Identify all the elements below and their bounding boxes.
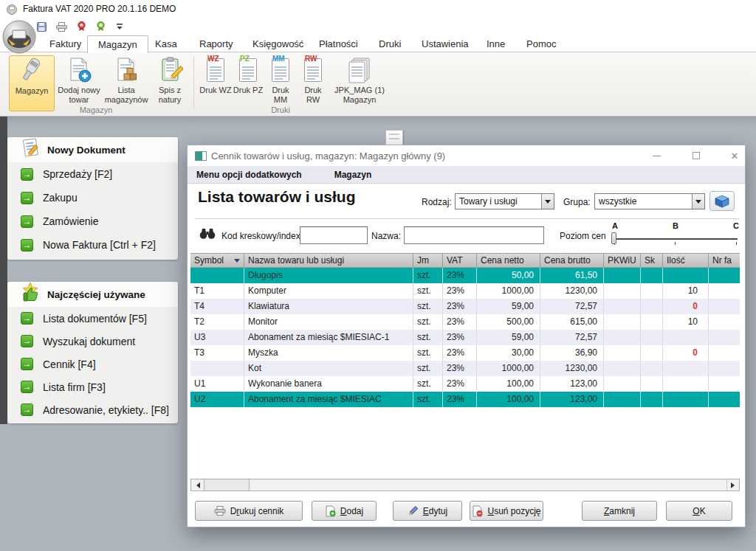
dialog-icon xyxy=(195,151,207,161)
nazwa-input[interactable] xyxy=(404,226,544,244)
tab-magazyn[interactable]: Magazyn xyxy=(87,35,148,53)
ribbon-button-magazyn[interactable]: Magazyn xyxy=(9,55,55,111)
sidebar-item-nowa-faktura[interactable]: Nowa Faktura [Ctrl + F2] xyxy=(7,233,178,257)
sidebar-item-wyszukaj-dokument[interactable]: Wyszukaj dokument xyxy=(7,330,178,353)
update-badge-icon[interactable] xyxy=(96,21,106,32)
app-menu-button[interactable] xyxy=(2,20,36,54)
grupa-select[interactable]: wszystkie xyxy=(594,193,705,209)
tab-inne[interactable]: Inne xyxy=(476,35,515,52)
column-header-nazwa[interactable]: Nazwa towaru lub usługi xyxy=(244,254,413,267)
tab-raporty[interactable]: Raporty xyxy=(189,35,244,52)
arrow-icon xyxy=(21,358,33,370)
usun-pozycje-button[interactable]: Usuń pozycję xyxy=(470,501,543,521)
ribbon-button-dodaj-nowy-towar[interactable]: Dodaj nowy towar xyxy=(56,55,102,111)
slider-tick xyxy=(675,242,676,245)
column-header-vat[interactable]: VAT xyxy=(443,254,477,267)
cell-nr xyxy=(709,330,740,345)
ribbon-button-druk-rw[interactable]: RW Druk RW xyxy=(297,55,329,111)
poziom-cen-label: Poziom cen xyxy=(560,231,606,241)
table-row[interactable]: T3 Myszka szt. 23% 30,00 36,90 0 xyxy=(190,345,740,361)
maximize-button[interactable] xyxy=(684,145,709,166)
ok-button[interactable]: OK xyxy=(666,501,732,521)
ribbon-button-jpk-mag[interactable]: JPK_MAG (1) Magazyn xyxy=(331,55,388,111)
edytuj-button[interactable]: Edytuj xyxy=(393,501,462,521)
ribbon: Magazyn Dodaj nowy towar xyxy=(0,52,756,117)
slider-handle[interactable] xyxy=(611,232,616,244)
sidebar-item-zakupu[interactable]: Zakupu xyxy=(7,186,178,209)
print-document-icon: WZ xyxy=(205,55,227,85)
cell-pkwiu xyxy=(604,376,641,392)
minimize-button[interactable] xyxy=(644,145,669,166)
cell-brutto: 123,00 xyxy=(540,376,604,392)
table-row[interactable]: U1 Wykonanie banera szt. 23% 100,00 123,… xyxy=(190,376,740,392)
table-row[interactable]: U3 Abonament za miesiąc $MIESIAC-1 szt. … xyxy=(190,330,740,345)
rodzaj-label: Rodzaj: xyxy=(422,197,452,207)
sidebar-item-adresowanie[interactable]: Adresowanie, etykiety.. [F8] xyxy=(7,398,178,421)
column-header-cena-brutto[interactable]: Cena brutto xyxy=(540,254,604,267)
column-header-cena-netto[interactable]: Cena netto xyxy=(477,254,540,267)
groups-cube-button[interactable] xyxy=(709,191,735,211)
more-icon[interactable] xyxy=(115,23,124,30)
drukuj-cennik-button[interactable]: Drukuj cennik xyxy=(195,501,303,521)
ribbon-button-spis-z-natury[interactable]: Spis z natury xyxy=(151,55,189,111)
table-row[interactable]: T2 Monitor szt. 23% 500,00 615,00 10 xyxy=(190,314,740,330)
chevron-down-icon[interactable] xyxy=(541,194,554,209)
scroll-left-icon[interactable] xyxy=(191,479,204,491)
license-badge-icon[interactable] xyxy=(77,21,86,32)
zamknij-button[interactable]: Zamknij xyxy=(582,501,657,521)
tab-ustawienia[interactable]: Ustawienia xyxy=(411,35,479,52)
divider xyxy=(195,218,739,219)
ribbon-button-druk-pz[interactable]: PZ Druk PZ xyxy=(232,55,264,111)
column-header-nr[interactable]: Nr fa xyxy=(709,254,740,267)
ribbon-button-druk-wz[interactable]: WZ Druk WZ xyxy=(199,55,232,111)
tab-faktury[interactable]: Faktury xyxy=(39,35,92,52)
table-row[interactable]: Kot szt. 23% 1000,00 1230,00 xyxy=(190,361,740,376)
sidebar-item-zamowienie[interactable]: Zamówienie xyxy=(7,209,178,233)
scrollbar-thumb[interactable] xyxy=(204,479,250,491)
table-row[interactable]: U2 Abonament za miesiąc $MIESIAC szt. 23… xyxy=(190,392,740,407)
table-row[interactable]: T4 Klawiatura szt. 23% 59,00 72,57 0 xyxy=(190,299,740,314)
close-button[interactable] xyxy=(722,145,747,166)
sidebar-item-lista-firm[interactable]: Lista firm [F3] xyxy=(7,375,178,398)
save-icon[interactable] xyxy=(37,22,47,32)
horizontal-scrollbar[interactable] xyxy=(190,479,740,491)
table-row[interactable]: T1 Komputer szt. 23% 1000,00 1230,00 10 xyxy=(190,283,740,299)
collapsed-panel-strip[interactable] xyxy=(0,117,7,424)
scroll-right-icon[interactable] xyxy=(726,479,739,491)
ribbon-button-druk-mm[interactable]: MM Druk MM xyxy=(264,55,297,111)
table-header: Symbol Nazwa towaru lub usługi Jm VAT Ce… xyxy=(190,253,740,268)
search-binoculars-icon[interactable] xyxy=(199,227,216,240)
column-header-symbol[interactable]: Symbol xyxy=(190,254,244,267)
table-row[interactable]: Długopis szt. 23% 50,00 61,50 xyxy=(190,268,740,283)
print-icon[interactable] xyxy=(56,22,67,32)
price-level-slider[interactable] xyxy=(614,238,738,240)
dodaj-button[interactable]: Dodaj xyxy=(312,501,377,521)
kod-kreskowy-input[interactable] xyxy=(300,226,368,244)
sort-icon xyxy=(234,259,240,266)
menu-item-magazyn[interactable]: Magazyn xyxy=(326,166,381,184)
chevron-down-icon[interactable] xyxy=(692,194,704,209)
cell-name: Komputer xyxy=(244,283,413,299)
tab-ksiegowosc[interactable]: Księgowość xyxy=(242,35,314,52)
sidebar-item-cennik[interactable]: Cennik [F4] xyxy=(7,353,178,375)
document-boxes-icon xyxy=(113,55,140,85)
column-header-sk[interactable]: Sk xyxy=(641,254,663,267)
tab-platnosci[interactable]: Płatności xyxy=(309,35,368,52)
sidebar-item-lista-dokumentow[interactable]: Lista dokumentów [F5] xyxy=(7,307,178,330)
cell-brutto: 72,57 xyxy=(540,330,604,345)
arrow-icon xyxy=(21,192,33,204)
cell-pkwiu xyxy=(604,299,641,314)
column-header-jm[interactable]: Jm xyxy=(413,254,443,267)
sidebar-item-sprzedazy[interactable]: Sprzedaży [F2] xyxy=(7,162,178,186)
cell-nr xyxy=(709,299,740,314)
tab-pomoc[interactable]: Pomoc xyxy=(516,35,566,52)
column-header-ilosc[interactable]: Ilość xyxy=(663,254,709,267)
menu-item-opcje-dodatkowe[interactable]: Menu opcji dodatkowych xyxy=(188,166,311,184)
tab-kasa[interactable]: Kasa xyxy=(145,35,188,52)
ribbon-button-lista-magazynow[interactable]: Lista magazynów xyxy=(103,55,149,111)
column-header-pkwiu[interactable]: PKWiU xyxy=(604,254,641,267)
cell-name: Kot xyxy=(244,361,413,376)
rodzaj-select[interactable]: Towary i usługi xyxy=(455,193,554,209)
tab-druki[interactable]: Druki xyxy=(368,35,411,52)
cell-jm: szt. xyxy=(413,268,443,283)
